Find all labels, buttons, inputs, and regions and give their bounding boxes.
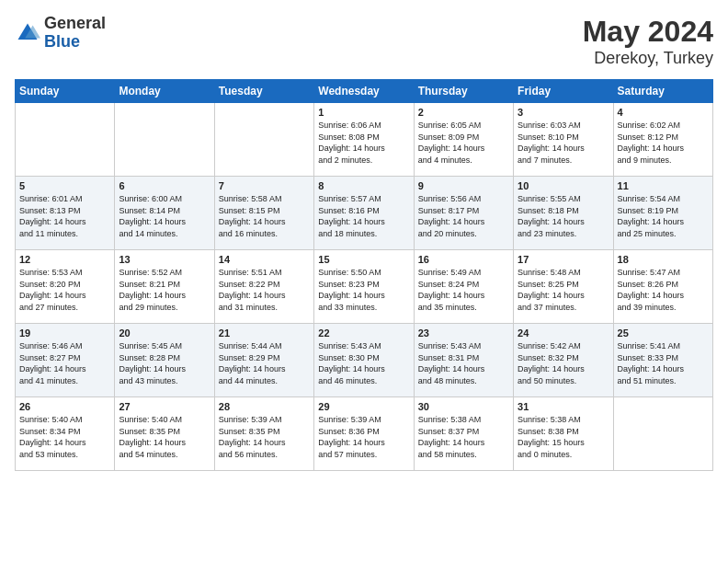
- calendar-table: SundayMondayTuesdayWednesdayThursdayFrid…: [15, 79, 713, 471]
- day-number: 9: [418, 180, 509, 191]
- day-number: 1: [318, 107, 409, 118]
- weekday-header: Saturday: [613, 80, 712, 103]
- month-title: May 2024: [583, 15, 713, 49]
- calendar-cell: 10Sunrise: 5:55 AM Sunset: 8:18 PM Dayli…: [514, 177, 613, 250]
- calendar-cell: 3Sunrise: 6:03 AM Sunset: 8:10 PM Daylig…: [514, 103, 613, 177]
- cell-content: Sunrise: 5:38 AM Sunset: 8:38 PM Dayligh…: [518, 414, 609, 460]
- calendar-header: SundayMondayTuesdayWednesdayThursdayFrid…: [16, 80, 713, 103]
- cell-content: Sunrise: 6:00 AM Sunset: 8:14 PM Dayligh…: [119, 193, 210, 239]
- calendar-cell: [16, 103, 115, 177]
- calendar-cell: 5Sunrise: 6:01 AM Sunset: 8:13 PM Daylig…: [16, 177, 115, 250]
- cell-content: Sunrise: 6:05 AM Sunset: 8:09 PM Dayligh…: [418, 120, 509, 166]
- day-number: 15: [318, 254, 409, 265]
- logo-blue: Blue: [44, 33, 106, 52]
- cell-content: Sunrise: 5:48 AM Sunset: 8:25 PM Dayligh…: [518, 267, 609, 313]
- calendar-week-row: 5Sunrise: 6:01 AM Sunset: 8:13 PM Daylig…: [16, 177, 713, 250]
- cell-content: Sunrise: 5:40 AM Sunset: 8:34 PM Dayligh…: [19, 414, 110, 460]
- day-number: 12: [19, 254, 110, 265]
- title-block: May 2024 Derekoy, Turkey: [583, 15, 713, 68]
- cell-content: Sunrise: 5:47 AM Sunset: 8:26 PM Dayligh…: [618, 267, 709, 313]
- day-number: 14: [219, 254, 310, 265]
- calendar-cell: 17Sunrise: 5:48 AM Sunset: 8:25 PM Dayli…: [514, 250, 613, 324]
- calendar-cell: 6Sunrise: 6:00 AM Sunset: 8:14 PM Daylig…: [115, 177, 214, 250]
- day-number: 29: [318, 401, 409, 412]
- cell-content: Sunrise: 5:44 AM Sunset: 8:29 PM Dayligh…: [219, 340, 310, 386]
- location-title: Derekoy, Turkey: [583, 49, 713, 68]
- cell-content: Sunrise: 5:40 AM Sunset: 8:35 PM Dayligh…: [119, 414, 210, 460]
- day-number: 5: [19, 180, 110, 191]
- calendar-cell: 14Sunrise: 5:51 AM Sunset: 8:22 PM Dayli…: [214, 250, 313, 324]
- cell-content: Sunrise: 5:58 AM Sunset: 8:15 PM Dayligh…: [219, 193, 310, 239]
- cell-content: Sunrise: 5:55 AM Sunset: 8:18 PM Dayligh…: [518, 193, 609, 239]
- cell-content: Sunrise: 5:43 AM Sunset: 8:31 PM Dayligh…: [418, 340, 509, 386]
- day-number: 17: [518, 254, 609, 265]
- calendar-cell: 31Sunrise: 5:38 AM Sunset: 8:38 PM Dayli…: [514, 397, 613, 471]
- day-number: 18: [618, 254, 709, 265]
- cell-content: Sunrise: 5:42 AM Sunset: 8:32 PM Dayligh…: [518, 340, 609, 386]
- weekday-header: Sunday: [16, 80, 115, 103]
- day-number: 27: [119, 401, 210, 412]
- weekday-row: SundayMondayTuesdayWednesdayThursdayFrid…: [16, 80, 713, 103]
- cell-content: Sunrise: 6:03 AM Sunset: 8:10 PM Dayligh…: [518, 120, 609, 166]
- calendar-cell: [214, 103, 313, 177]
- calendar-cell: 25Sunrise: 5:41 AM Sunset: 8:33 PM Dayli…: [613, 324, 712, 397]
- calendar-cell: 28Sunrise: 5:39 AM Sunset: 8:35 PM Dayli…: [214, 397, 313, 471]
- cell-content: Sunrise: 5:41 AM Sunset: 8:33 PM Dayligh…: [618, 340, 709, 386]
- day-number: 11: [618, 180, 709, 191]
- weekday-header: Wednesday: [314, 80, 414, 103]
- calendar-cell: 9Sunrise: 5:56 AM Sunset: 8:17 PM Daylig…: [414, 177, 513, 250]
- weekday-header: Thursday: [414, 80, 513, 103]
- calendar-cell: 15Sunrise: 5:50 AM Sunset: 8:23 PM Dayli…: [314, 250, 414, 324]
- day-number: 8: [318, 180, 409, 191]
- day-number: 16: [418, 254, 509, 265]
- cell-content: Sunrise: 5:51 AM Sunset: 8:22 PM Dayligh…: [219, 267, 310, 313]
- cell-content: Sunrise: 5:54 AM Sunset: 8:19 PM Dayligh…: [618, 193, 709, 239]
- cell-content: Sunrise: 5:38 AM Sunset: 8:37 PM Dayligh…: [418, 414, 509, 460]
- day-number: 23: [418, 327, 509, 339]
- cell-content: Sunrise: 5:53 AM Sunset: 8:20 PM Dayligh…: [19, 267, 110, 313]
- calendar-cell: 2Sunrise: 6:05 AM Sunset: 8:09 PM Daylig…: [414, 103, 513, 177]
- logo-icon: [15, 20, 40, 46]
- day-number: 6: [119, 180, 210, 191]
- day-number: 22: [318, 327, 409, 339]
- calendar-cell: 12Sunrise: 5:53 AM Sunset: 8:20 PM Dayli…: [16, 250, 115, 324]
- day-number: 3: [518, 107, 609, 118]
- calendar-cell: 20Sunrise: 5:45 AM Sunset: 8:28 PM Dayli…: [115, 324, 214, 397]
- cell-content: Sunrise: 5:39 AM Sunset: 8:36 PM Dayligh…: [318, 414, 409, 460]
- weekday-header: Tuesday: [214, 80, 313, 103]
- calendar-cell: 8Sunrise: 5:57 AM Sunset: 8:16 PM Daylig…: [314, 177, 414, 250]
- calendar-cell: 1Sunrise: 6:06 AM Sunset: 8:08 PM Daylig…: [314, 103, 414, 177]
- day-number: 31: [518, 401, 609, 412]
- calendar-cell: 22Sunrise: 5:43 AM Sunset: 8:30 PM Dayli…: [314, 324, 414, 397]
- calendar-cell: 21Sunrise: 5:44 AM Sunset: 8:29 PM Dayli…: [214, 324, 313, 397]
- cell-content: Sunrise: 5:56 AM Sunset: 8:17 PM Dayligh…: [418, 193, 509, 239]
- calendar-cell: [613, 397, 712, 471]
- calendar-cell: 24Sunrise: 5:42 AM Sunset: 8:32 PM Dayli…: [514, 324, 613, 397]
- day-number: 20: [119, 327, 210, 339]
- cell-content: Sunrise: 6:06 AM Sunset: 8:08 PM Dayligh…: [318, 120, 409, 166]
- day-number: 2: [418, 107, 509, 118]
- calendar-cell: 7Sunrise: 5:58 AM Sunset: 8:15 PM Daylig…: [214, 177, 313, 250]
- cell-content: Sunrise: 5:50 AM Sunset: 8:23 PM Dayligh…: [318, 267, 409, 313]
- cell-content: Sunrise: 5:49 AM Sunset: 8:24 PM Dayligh…: [418, 267, 509, 313]
- calendar-week-row: 19Sunrise: 5:46 AM Sunset: 8:27 PM Dayli…: [16, 324, 713, 397]
- calendar-cell: 26Sunrise: 5:40 AM Sunset: 8:34 PM Dayli…: [16, 397, 115, 471]
- cell-content: Sunrise: 5:39 AM Sunset: 8:35 PM Dayligh…: [219, 414, 310, 460]
- logo: General Blue: [15, 15, 106, 52]
- day-number: 25: [618, 327, 709, 339]
- calendar-cell: 23Sunrise: 5:43 AM Sunset: 8:31 PM Dayli…: [414, 324, 513, 397]
- weekday-header: Monday: [115, 80, 214, 103]
- calendar-week-row: 26Sunrise: 5:40 AM Sunset: 8:34 PM Dayli…: [16, 397, 713, 471]
- calendar-cell: 29Sunrise: 5:39 AM Sunset: 8:36 PM Dayli…: [314, 397, 414, 471]
- page-header: General Blue May 2024 Derekoy, Turkey: [15, 15, 713, 68]
- calendar-cell: 4Sunrise: 6:02 AM Sunset: 8:12 PM Daylig…: [613, 103, 712, 177]
- calendar-cell: 16Sunrise: 5:49 AM Sunset: 8:24 PM Dayli…: [414, 250, 513, 324]
- logo-general: General: [44, 15, 106, 33]
- calendar-cell: 13Sunrise: 5:52 AM Sunset: 8:21 PM Dayli…: [115, 250, 214, 324]
- calendar-week-row: 12Sunrise: 5:53 AM Sunset: 8:20 PM Dayli…: [16, 250, 713, 324]
- cell-content: Sunrise: 5:45 AM Sunset: 8:28 PM Dayligh…: [119, 340, 210, 386]
- day-number: 13: [119, 254, 210, 265]
- calendar-cell: 30Sunrise: 5:38 AM Sunset: 8:37 PM Dayli…: [414, 397, 513, 471]
- calendar-week-row: 1Sunrise: 6:06 AM Sunset: 8:08 PM Daylig…: [16, 103, 713, 177]
- cell-content: Sunrise: 6:02 AM Sunset: 8:12 PM Dayligh…: [618, 120, 709, 166]
